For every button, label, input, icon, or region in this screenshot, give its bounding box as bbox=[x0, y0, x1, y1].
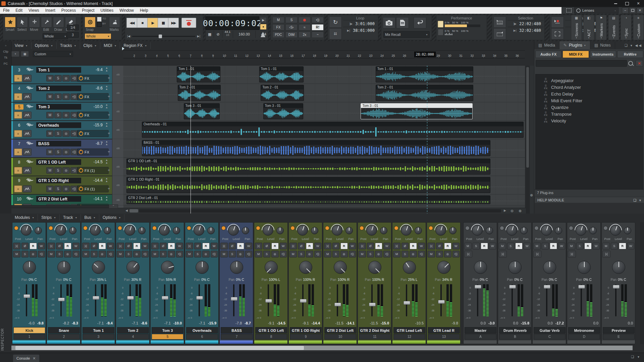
volume-fader[interactable] bbox=[475, 285, 481, 289]
arm-button[interactable] bbox=[306, 251, 313, 257]
post-fader-indicator[interactable] bbox=[394, 226, 398, 230]
undo-icon[interactable] bbox=[414, 17, 426, 28]
toolbar-tab-custom[interactable]: ≡Custom▾ bbox=[633, 15, 644, 40]
track-volume-cell[interactable]: dB bbox=[112, 158, 124, 176]
track-menu-button[interactable]: ≡ bbox=[14, 204, 22, 205]
channel-strip-gtr-2-dist-left[interactable]: PostLevelPan|ı|ØRWMS•))Pan100% R0-6-12-2… bbox=[323, 222, 357, 344]
expand-arrows-icon[interactable]: ▲▲ bbox=[105, 67, 108, 72]
volume-fader[interactable] bbox=[404, 301, 410, 305]
arm-button[interactable] bbox=[340, 251, 348, 257]
channel-strip-gtr-1-od-right[interactable]: PostLevelPan|ı|ØRWMS•))Pan100% R0-6-12-2… bbox=[288, 222, 322, 344]
mute-button[interactable]: M bbox=[464, 243, 472, 249]
strip-name[interactable]: Tom 3 bbox=[152, 327, 183, 334]
strip-name[interactable]: Drum Reverb bbox=[499, 327, 531, 334]
automation-write-button[interactable]: W bbox=[558, 243, 566, 249]
edit-tool-button[interactable] bbox=[41, 17, 52, 27]
arm-button[interactable] bbox=[444, 251, 451, 257]
edit-cursor-line[interactable] bbox=[191, 66, 191, 214]
pause-button[interactable]: ▮▮ bbox=[158, 18, 168, 28]
record-button[interactable] bbox=[181, 18, 196, 28]
input-echo-button[interactable]: •)) bbox=[72, 251, 80, 257]
solo-button[interactable]: S bbox=[611, 243, 618, 249]
volume-value[interactable]: -9.1 bbox=[268, 321, 274, 325]
zoom-out-icon[interactable]: ⊖ bbox=[511, 209, 514, 213]
solo-button[interactable]: S bbox=[473, 243, 480, 249]
solo-button[interactable]: S bbox=[56, 251, 63, 257]
pan-value[interactable]: Pan0% C bbox=[185, 278, 218, 282]
fx-power-icon[interactable] bbox=[79, 168, 83, 173]
strip-number[interactable]: 1 bbox=[13, 334, 45, 340]
track-input-echo-button[interactable]: •)) bbox=[70, 186, 78, 192]
input-echo-button[interactable]: •)) bbox=[383, 251, 391, 257]
automation-icon[interactable] bbox=[23, 204, 32, 205]
automation-icon[interactable] bbox=[23, 130, 32, 137]
input-echo-button[interactable]: •)) bbox=[314, 251, 322, 257]
track-fx-rack[interactable]: FX (1) bbox=[77, 185, 109, 192]
menu-project[interactable]: Project bbox=[79, 7, 97, 13]
volume-value[interactable]: 0.0 bbox=[481, 321, 486, 325]
input-echo-button[interactable]: •)) bbox=[349, 251, 356, 257]
automation-read-button[interactable]: R bbox=[515, 243, 523, 249]
automation-icon[interactable] bbox=[23, 185, 32, 192]
mini-pan-knob[interactable] bbox=[138, 227, 146, 234]
menu-window[interactable]: Window bbox=[116, 7, 137, 13]
mini-pan-knob[interactable] bbox=[415, 227, 422, 234]
automation-read-button[interactable]: R bbox=[410, 243, 417, 249]
input-meter-button[interactable]: |ı| bbox=[464, 251, 472, 257]
channel-strip-preview[interactable]: PostLevelPanMSRW|ı|Pan0% C0-6-12-24-36-∞… bbox=[601, 222, 635, 344]
automation-write-button[interactable]: W bbox=[142, 243, 149, 249]
mix-fx-button[interactable]: FX bbox=[272, 24, 284, 31]
strip-number[interactable]: 8 bbox=[255, 334, 287, 340]
pan-value[interactable]: Pan100% R bbox=[323, 278, 357, 282]
strip-name[interactable]: Master bbox=[465, 327, 496, 334]
loop-end[interactable]: ▶|38:01:000 bbox=[343, 27, 377, 34]
menu-views[interactable]: Views bbox=[25, 7, 42, 13]
track-menu-button[interactable]: ≡ bbox=[14, 93, 22, 100]
channel-strip-bass[interactable]: PostLevelPan|ı|ØRWMS•))Pan0% C0-6-12-24-… bbox=[219, 222, 253, 344]
phase-button[interactable]: Ø bbox=[91, 243, 98, 249]
automation-read-button[interactable]: R bbox=[202, 243, 210, 249]
track-number[interactable]: 7 bbox=[15, 141, 23, 146]
solo-button[interactable]: S bbox=[576, 243, 584, 249]
channel-strip-kick[interactable]: PostLevelPan|ı|ØRWMS•))Pan0% C0-6-12-24-… bbox=[12, 222, 46, 344]
phase-button[interactable]: Ø bbox=[160, 243, 167, 249]
mini-play-button[interactable]: ▶ bbox=[260, 17, 267, 23]
level-knob[interactable] bbox=[472, 225, 483, 236]
track-header-gtr-1-od-right[interactable]: 9GTR 1 OD Right-14.4▲▲≡MS•))FX (1)+-6-18… bbox=[11, 176, 123, 194]
channel-strip-tom-1[interactable]: PostLevelPan|ı|ØRWMS•))Pan35% L0-6-12-24… bbox=[81, 222, 115, 344]
automation-write-button[interactable]: W bbox=[349, 243, 356, 249]
add-track-button[interactable]: + bbox=[11, 51, 19, 57]
solo-button[interactable]: S bbox=[125, 251, 132, 257]
mini-pan-knob[interactable] bbox=[520, 227, 528, 234]
automation-write-button[interactable]: W bbox=[524, 243, 531, 249]
go-end-icon[interactable]: ▶| bbox=[197, 35, 200, 38]
track-mute-button[interactable]: M bbox=[46, 112, 54, 118]
mute-button[interactable]: M bbox=[602, 243, 610, 249]
mix-pdc-button[interactable]: PDC bbox=[272, 32, 284, 38]
strip-number[interactable]: 2 bbox=[48, 334, 80, 340]
track-name[interactable]: Tom 3 bbox=[36, 104, 81, 110]
mute-button[interactable]: M bbox=[428, 251, 435, 257]
draw-resolution-dropdown[interactable]: Whole▼ bbox=[43, 33, 68, 39]
audio-clip[interactable]: Tom 3 - 01 bbox=[361, 103, 473, 119]
solo-button[interactable]: S bbox=[263, 251, 271, 257]
volume-value[interactable]: -8.2 bbox=[63, 321, 69, 325]
automation-read-button[interactable]: R bbox=[271, 243, 279, 249]
mix-2x-button[interactable]: 2x bbox=[299, 32, 311, 38]
volume-value[interactable]: -10.5 bbox=[415, 321, 424, 325]
marks-button[interactable] bbox=[109, 17, 120, 27]
input-meter-button[interactable]: |ı| bbox=[393, 243, 400, 249]
snap-resolution-dropdown[interactable]: Whole▼ bbox=[85, 33, 111, 39]
phase-button[interactable]: Ø bbox=[332, 243, 340, 249]
automation-read-button[interactable]: R bbox=[30, 243, 37, 249]
channel-strip-overheads[interactable]: PostLevelPan|ı|ØRWMS•))Pan0% C0-6-12-24-… bbox=[185, 222, 219, 344]
subtab-instruments[interactable]: Instruments bbox=[590, 51, 616, 58]
strip-name[interactable]: BASS bbox=[221, 327, 253, 334]
post-fader-indicator[interactable] bbox=[290, 226, 295, 230]
track-gain-value[interactable]: -14.5 bbox=[82, 160, 103, 164]
strip-name[interactable]: Guitar Verb bbox=[534, 327, 566, 334]
track-record-arm-button[interactable] bbox=[62, 130, 70, 137]
pan-value[interactable]: Pan0% C bbox=[220, 278, 253, 282]
mute-button[interactable]: M bbox=[48, 251, 55, 257]
post-fader-indicator[interactable] bbox=[465, 226, 470, 230]
